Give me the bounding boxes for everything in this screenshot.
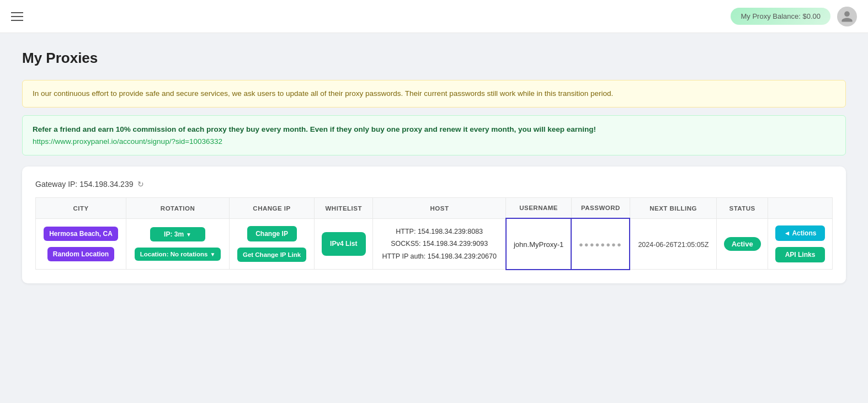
rotation-ip-button[interactable]: IP: 3m ▼ — [150, 227, 205, 241]
change-ip-cell: Change IP Get Change IP Link — [230, 218, 315, 270]
rotation-location-button[interactable]: Location: No rotations ▼ — [135, 248, 221, 261]
city-badge[interactable]: Hermosa Beach, CA — [44, 227, 118, 241]
ipv4-list-button[interactable]: IPv4 List — [322, 232, 366, 255]
col-change-ip: CHANGE IP — [230, 198, 315, 219]
referral-link[interactable]: https://www.proxypanel.io/account/signup… — [33, 137, 222, 146]
page-title: My Proxies — [22, 50, 846, 67]
proxy-table: CITY ROTATION CHANGE IP WHITELIST HOST U… — [35, 197, 833, 270]
host-http-auth: HTTP IP auth: 154.198.34.239:20670 — [379, 250, 500, 263]
username-text: john.MyProxy-1 — [514, 240, 563, 249]
refresh-icon[interactable]: ↻ — [137, 180, 144, 189]
alert-yellow: In our continuous effort to provide safe… — [22, 80, 846, 108]
proxy-card: Gateway IP: 154.198.34.239 ↻ CITY ROTATI… — [22, 166, 846, 283]
table-row: Hermosa Beach, CA Random Location IP: 3m… — [36, 218, 833, 270]
api-links-button[interactable]: API Links — [775, 247, 825, 262]
password-cell: ●●●●●●●● — [571, 218, 630, 270]
col-status: STATUS — [717, 198, 768, 219]
header-right: My Proxy Balance: $0.00 — [731, 7, 857, 26]
status-cell: Active — [717, 218, 768, 270]
next-billing-cell: 2024-06-26T21:05:05Z — [630, 218, 716, 270]
password-text: ●●●●●●●● — [579, 240, 622, 249]
host-cell: HTTP: 154.198.34.239:8083 SOCKS5: 154.19… — [373, 218, 506, 270]
actions-cell: ◄ Actions API Links — [768, 218, 833, 270]
col-actions — [768, 198, 833, 219]
col-whitelist: WHITELIST — [315, 198, 373, 219]
actions-button[interactable]: ◄ Actions — [775, 225, 825, 241]
next-billing-text: 2024-06-26T21:05:05Z — [638, 241, 709, 249]
host-http: HTTP: 154.198.34.239:8083 — [379, 225, 500, 238]
get-change-ip-link-button[interactable]: Get Change IP Link — [237, 248, 306, 262]
username-cell: john.MyProxy-1 — [506, 218, 571, 270]
alert-green: Refer a friend and earn 10% commission o… — [22, 115, 846, 155]
rotation-cell: IP: 3m ▼ Location: No rotations ▼ — [126, 218, 230, 270]
gateway-label: Gateway IP: 154.198.34.239 ↻ — [35, 180, 833, 189]
col-username: USERNAME — [506, 198, 571, 219]
main-content: My Proxies In our continuous effort to p… — [0, 33, 868, 300]
host-socks5: SOCKS5: 154.198.34.239:9093 — [379, 238, 500, 250]
col-host: HOST — [373, 198, 506, 219]
menu-icon[interactable] — [11, 12, 23, 21]
col-password: PASSWORD — [571, 198, 630, 219]
col-city: CITY — [36, 198, 126, 219]
status-badge: Active — [724, 237, 761, 251]
city-cell: Hermosa Beach, CA Random Location — [36, 218, 126, 270]
whitelist-cell: IPv4 List — [315, 218, 373, 270]
avatar[interactable] — [837, 7, 857, 26]
header: My Proxy Balance: $0.00 — [0, 0, 868, 33]
balance-button[interactable]: My Proxy Balance: $0.00 — [731, 8, 830, 25]
col-next-billing: NEXT BILLING — [630, 198, 716, 219]
col-rotation: ROTATION — [126, 198, 230, 219]
caret-icon: ▼ — [210, 251, 215, 257]
random-location-badge[interactable]: Random Location — [47, 247, 114, 261]
caret-icon: ▼ — [186, 232, 191, 238]
change-ip-button[interactable]: Change IP — [247, 226, 297, 241]
